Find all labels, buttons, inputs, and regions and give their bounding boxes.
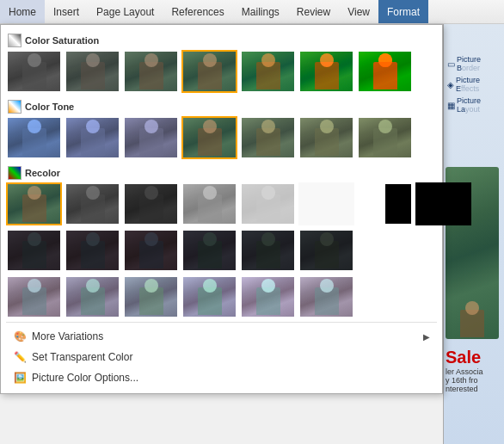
recolor-dark-6[interactable] — [298, 229, 354, 272]
right-panel: ▭ Picture Border ◈ Picture Effects ▦ Pic… — [443, 24, 504, 444]
picture-layout-label: Picture Layout — [457, 96, 501, 114]
saturation-section-label: Color Saturation — [6, 30, 437, 50]
recolor-row1 — [6, 182, 437, 225]
color-options-icon: 🖼️ — [13, 371, 27, 385]
menu-home[interactable]: Home — [0, 0, 45, 23]
picture-layout-btn[interactable]: ▦ Picture Layout — [446, 95, 502, 115]
menu-page-layout[interactable]: Page Layout — [88, 0, 163, 23]
saturation-thumb-3[interactable] — [123, 50, 179, 93]
color-options-label: Picture Color Options... — [32, 372, 138, 384]
saturation-thumbnails — [6, 50, 437, 93]
recolor-light-2[interactable] — [65, 275, 120, 318]
recolor-section-label: Recolor — [6, 163, 437, 182]
picture-border-btn[interactable]: ▭ Picture Border — [446, 53, 502, 74]
tone-thumb-3[interactable] — [123, 116, 179, 159]
body-text-1: ler Associa — [446, 367, 502, 376]
menu-mailings[interactable]: Mailings — [233, 0, 288, 23]
recolor-icon — [8, 166, 22, 180]
saturation-icon — [8, 34, 22, 47]
sale-section: Sale ler Associa y 16th fro nterested — [446, 348, 502, 393]
saturation-thumb-1[interactable] — [6, 50, 62, 93]
menu-references[interactable]: References — [163, 0, 232, 23]
more-variations-label: More Variations — [32, 330, 103, 342]
set-transparent-item[interactable]: ✏️ Set Transparent Color — [6, 347, 437, 367]
tone-thumb-4[interactable] — [181, 116, 237, 159]
recolor-light-1[interactable] — [6, 275, 62, 318]
menu-format[interactable]: Format — [378, 0, 428, 23]
saturation-thumb-4[interactable] — [181, 50, 237, 93]
recolor-dark-2[interactable] — [65, 229, 120, 272]
sale-text: Sale — [446, 348, 502, 367]
picture-effects-icon: ◈ — [447, 80, 454, 89]
picture-color-options-item[interactable]: 🖼️ Picture Color Options... — [6, 367, 437, 388]
more-variations-item[interactable]: 🎨 More Variations ▶ — [6, 326, 437, 347]
recolor-thumb-black[interactable] — [415, 182, 471, 225]
picture-layout-icon: ▦ — [447, 101, 455, 110]
picture-border-label: Picture Border — [457, 55, 501, 72]
recolor-thumb-bw[interactable] — [357, 182, 413, 225]
saturation-thumb-5[interactable] — [240, 50, 296, 93]
tone-thumb-1[interactable] — [6, 116, 62, 159]
recolor-row2 — [6, 229, 437, 272]
menu-review[interactable]: Review — [288, 0, 339, 23]
saturation-thumb-7[interactable] — [357, 50, 413, 93]
tone-thumb-7[interactable] — [357, 116, 413, 159]
recolor-thumb-wash[interactable] — [240, 182, 296, 225]
color-panel-footer: 🎨 More Variations ▶ ✏️ Set Transparent C… — [6, 322, 437, 388]
picture-effects-label: Picture Effects — [456, 76, 501, 93]
menu-insert[interactable]: Insert — [45, 0, 88, 23]
picture-border-icon: ▭ — [447, 59, 455, 69]
tone-thumb-2[interactable] — [65, 116, 120, 159]
recolor-thumb-empty[interactable] — [298, 182, 354, 225]
recolor-dark-1[interactable] — [6, 229, 62, 272]
transparent-icon: ✏️ — [13, 350, 27, 364]
more-variations-icon: 🎨 — [13, 330, 27, 343]
recolor-thumb-light[interactable] — [181, 182, 237, 225]
recolor-dark-5[interactable] — [240, 229, 296, 272]
tone-icon — [8, 100, 22, 114]
recolor-light-4[interactable] — [181, 275, 237, 318]
recolor-dark-3[interactable] — [123, 229, 179, 272]
set-transparent-label: Set Transparent Color — [32, 351, 132, 363]
recolor-dark-4[interactable] — [181, 229, 237, 272]
recolor-thumb-original[interactable] — [6, 182, 62, 225]
tone-thumb-5[interactable] — [240, 116, 296, 159]
tone-section-label: Color Tone — [6, 96, 437, 116]
recolor-thumb-gray[interactable] — [65, 182, 120, 225]
saturation-thumb-2[interactable] — [65, 50, 120, 93]
tone-thumb-6[interactable] — [298, 116, 354, 159]
recolor-light-3[interactable] — [123, 275, 179, 318]
more-variations-arrow: ▶ — [423, 332, 430, 342]
recolor-light-5[interactable] — [240, 275, 296, 318]
menu-view[interactable]: View — [339, 0, 378, 23]
recolor-row3 — [6, 275, 437, 318]
body-text-3: nterested — [446, 385, 502, 393]
saturation-thumb-6[interactable] — [298, 50, 354, 93]
recolor-thumb-dark[interactable] — [123, 182, 179, 225]
color-dropdown-panel: Color Saturation Color Tone — [0, 24, 443, 394]
tone-thumbnails — [6, 116, 437, 159]
picture-effects-btn[interactable]: ◈ Picture Effects — [446, 74, 502, 95]
recolor-light-6[interactable] — [298, 275, 354, 318]
body-text-2: y 16th fro — [446, 376, 502, 385]
menubar: Home Insert Page Layout References Maili… — [0, 0, 504, 24]
